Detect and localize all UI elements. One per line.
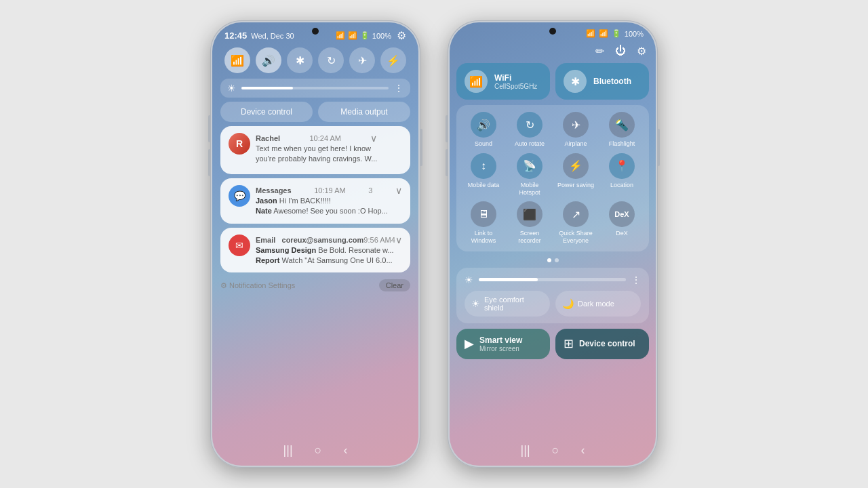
qs-tile-sound[interactable]: 🔊 Sound [463,112,504,148]
camera-notch [312,28,319,35]
brightness-more-icon[interactable]: ⋮ [394,83,403,94]
airplane-tile-icon: ✈ [563,112,589,138]
phone-2-body: 📶 📶 🔋 100% ✏ ⏻ ⚙ 📶 [448,20,658,468]
quick-share-tile-label: Quick Share Everyone [555,230,596,245]
settings-icon[interactable]: ⚙ [397,29,406,42]
settings-icon[interactable]: ⚙ [637,45,646,58]
media-output-button[interactable]: Media output [318,102,410,122]
volume-down-button[interactable] [208,149,210,176]
qs-tile-screen-recorder[interactable]: ⬛ Screen recorder [509,201,550,245]
phone2-volume-up-button[interactable] [446,115,448,142]
battery-icon: 🔋 [360,31,370,40]
wifi-sub: CellSpot5GHz [494,83,537,90]
qs-tile-location[interactable]: 📍 Location [601,153,642,197]
rotate-toggle[interactable]: ↻ [318,47,344,73]
bluetooth-toggle[interactable]: ✱ [287,47,313,73]
sound-tile-icon: 🔊 [471,112,496,138]
notif-time-rachel: 10:24 AM [310,134,341,142]
brightness-fill [479,278,538,281]
qs-tile-flashlight[interactable]: 🔦 Flashlight [601,112,642,148]
smart-view-button[interactable]: ▶ Smart view Mirror screen [456,329,550,359]
phone2-nav-recent-icon[interactable]: ||| [521,443,530,458]
notification-messages[interactable]: 💬 Messages 10:19 AM 3 ∨ Jason Hi I'm BAC… [220,178,410,224]
device-control-label: Device control [579,339,635,348]
bluetooth-wide-button[interactable]: ✱ Bluetooth [555,63,649,100]
phone2-battery-percent: 100% [625,30,644,38]
phone-1: 12:45 Wed, Dec 30 📶 📶 🔋 100% ⚙ 📶 [210,20,420,468]
notification-rachel[interactable]: R Rachel 10:24 AM ∨ Text me when you get… [220,126,410,174]
status-date: Wed, Dec 30 [251,32,294,40]
wifi-status-icon: 📶 [336,31,345,40]
avatar-rachel: R [229,133,250,155]
flashlight-icon: ⚡ [387,54,400,67]
flashlight-toggle[interactable]: ⚡ [380,47,406,73]
location-tile-label: Location [610,182,633,189]
wifi-toggle[interactable]: 📶 [224,47,250,73]
volume-up-button[interactable] [208,115,210,142]
phone2-battery-icon: 🔋 [612,29,621,38]
rotate-icon: ↻ [327,54,336,67]
qs-tile-mobile-data[interactable]: ↕ Mobile data [463,153,504,197]
notif-body-messages: 💬 Messages 10:19 AM 3 ∨ Jason Hi I'm BAC… [229,185,402,217]
qs-brightness-section: ☀ ⋮ ☀ Eye comfort shield 🌙 Da [456,268,649,323]
flashlight-tile-icon: 🔦 [609,112,635,138]
notification-footer: ⚙ Notification Settings Clear [220,279,410,291]
qs-tile-quick-share[interactable]: ↗ Quick Share Everyone [555,201,596,245]
dot-1 [547,258,551,262]
brightness-options-icon[interactable]: ⋮ [631,274,641,285]
notification-settings-link[interactable]: ⚙ Notification Settings [220,281,295,290]
notif-count-messages: 3 [368,186,372,195]
mobile-data-tile-label: Mobile data [468,182,500,189]
clear-notifications-button[interactable]: Clear [379,279,410,291]
device-control-button[interactable]: Device control [220,102,313,122]
nav-back-icon[interactable]: ‹ [343,443,347,458]
brightness-track[interactable] [479,278,626,281]
dark-mode-button[interactable]: 🌙 Dark mode [555,291,641,317]
qs-tile-airplane[interactable]: ✈ Airplane [555,112,596,148]
power-off-icon[interactable]: ⏻ [615,45,626,58]
qs-tile-power-saving[interactable]: ⚡ Power saving [555,153,596,197]
phone2-signal-icon: 📶 [599,29,608,38]
airplane-toggle[interactable]: ✈ [349,47,375,73]
device-control-button-2[interactable]: ⊞ Device control [555,329,649,359]
chevron-down-icon-2: ∨ [395,185,402,196]
qs-tile-link-windows[interactable]: 🖥 Link to Windows [463,201,504,245]
qs-tile-dex[interactable]: DeX DeX [601,201,642,245]
phone-2-screen: 📶 📶 🔋 100% ✏ ⏻ ⚙ 📶 [450,22,656,466]
eye-comfort-button[interactable]: ☀ Eye comfort shield [465,291,550,317]
dex-tile-icon: DeX [609,201,635,227]
quick-toggles-row: 📶 🔊 ✱ ↻ ✈ ⚡ [220,47,410,73]
phone2-power-button[interactable] [658,129,660,166]
location-tile-icon: 📍 [609,153,635,179]
notif-content-messages: Messages 10:19 AM 3 ∨ Jason Hi I'm BACK!… [256,185,402,217]
nav-recent-icon[interactable]: ||| [283,443,293,458]
qs-tile-autorotate[interactable]: ↻ Auto rotate [509,112,550,148]
wifi-wide-label: WiFi CellSpot5GHz [494,73,537,90]
qs-tile-hotspot[interactable]: 📡 Mobile Hotspot [509,153,550,197]
autorotate-tile-label: Auto rotate [515,140,545,148]
notif-count-email: 4 [391,236,395,244]
quick-settings-panel: ✏ ⏻ ⚙ 📶 WiFi CellSpot5GHz ✱ [450,41,656,365]
airplane-icon: ✈ [358,54,367,67]
nav-home-icon[interactable]: ○ [315,443,322,458]
sound-toggle[interactable]: 🔊 [256,47,281,73]
notif-msg-messages: Jason Hi I'm BACK!!!!! Nate Awesome! See… [256,196,402,217]
brightness-fill [241,87,293,89]
mobile-data-tile-icon: ↕ [471,153,496,179]
notif-msg-rachel: Text me when you get here! I knowyou're … [256,144,377,165]
notification-email[interactable]: ✉ Email coreux@samsung.com 9:56 AM 4 ∨ S… [220,228,410,273]
wifi-wide-icon: 📶 [465,70,488,93]
power-button[interactable] [420,129,422,166]
smart-view-label: Smart view Mirror screen [479,336,522,352]
phone-2: 📶 📶 🔋 100% ✏ ⏻ ⚙ 📶 [448,20,658,468]
phone2-nav-home-icon[interactable]: ○ [552,443,559,458]
edit-icon[interactable]: ✏ [595,45,604,58]
phone2-volume-down-button[interactable] [446,149,448,176]
wifi-wide-button[interactable]: 📶 WiFi CellSpot5GHz [456,63,550,100]
wifi-icon: 📶 [231,54,244,67]
quick-share-tile-icon: ↗ [563,201,589,227]
brightness-slider[interactable] [241,87,389,89]
dex-tile-label: DeX [616,230,628,237]
notif-body-rachel: R Rachel 10:24 AM ∨ Text me when you get… [229,133,377,165]
phone2-nav-back-icon[interactable]: ‹ [580,443,585,458]
